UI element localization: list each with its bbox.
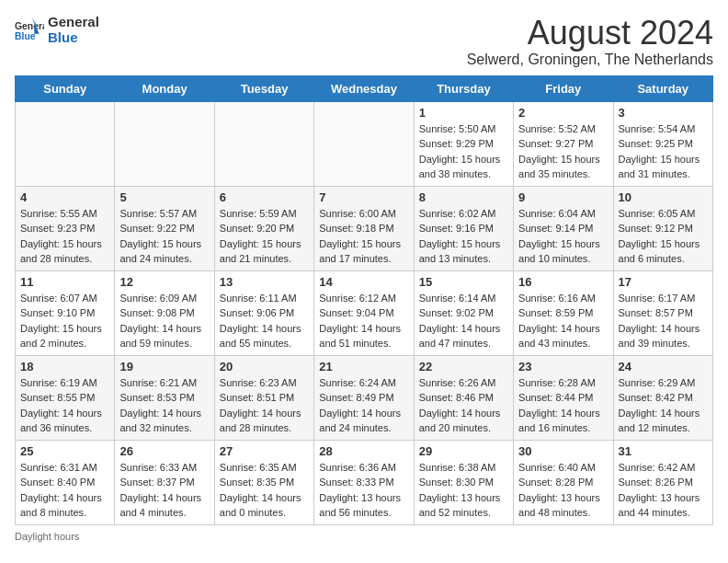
day-info: Sunrise: 6:40 AM Sunset: 8:28 PM Dayligh… (518, 460, 608, 521)
calendar-cell: 2Sunrise: 5:52 AM Sunset: 9:27 PM Daylig… (514, 101, 613, 186)
calendar-week-row: 18Sunrise: 6:19 AM Sunset: 8:55 PM Dayli… (16, 355, 713, 440)
day-info: Sunrise: 5:54 AM Sunset: 9:25 PM Dayligh… (619, 121, 708, 182)
calendar-cell: 3Sunrise: 5:54 AM Sunset: 9:25 PM Daylig… (613, 101, 712, 186)
calendar-cell: 9Sunrise: 6:04 AM Sunset: 9:14 PM Daylig… (514, 186, 613, 270)
day-info: Sunrise: 6:42 AM Sunset: 8:26 PM Dayligh… (619, 460, 708, 521)
day-number: 29 (419, 444, 508, 458)
day-info: Sunrise: 6:38 AM Sunset: 8:30 PM Dayligh… (419, 460, 508, 521)
day-info: Sunrise: 6:23 AM Sunset: 8:51 PM Dayligh… (220, 375, 309, 436)
calendar-cell (115, 101, 214, 186)
calendar-header-tuesday: Tuesday (214, 75, 313, 101)
calendar-cell: 20Sunrise: 6:23 AM Sunset: 8:51 PM Dayli… (214, 355, 313, 440)
day-info: Sunrise: 6:36 AM Sunset: 8:33 PM Dayligh… (319, 460, 408, 521)
calendar-header-thursday: Thursday (414, 75, 513, 101)
day-info: Sunrise: 5:57 AM Sunset: 9:22 PM Dayligh… (119, 206, 209, 267)
day-info: Sunrise: 6:09 AM Sunset: 9:08 PM Dayligh… (119, 291, 209, 351)
calendar-cell (16, 101, 115, 186)
calendar-cell: 6Sunrise: 5:59 AM Sunset: 9:20 PM Daylig… (214, 186, 313, 270)
day-info: Sunrise: 5:50 AM Sunset: 9:29 PM Dayligh… (419, 121, 508, 182)
day-number: 7 (319, 190, 408, 204)
day-number: 14 (319, 275, 408, 289)
day-info: Sunrise: 6:04 AM Sunset: 9:14 PM Dayligh… (518, 206, 608, 267)
day-info: Sunrise: 6:16 AM Sunset: 8:59 PM Dayligh… (518, 291, 608, 351)
calendar-cell: 15Sunrise: 6:14 AM Sunset: 9:02 PM Dayli… (414, 270, 513, 355)
day-info: Sunrise: 6:17 AM Sunset: 8:57 PM Dayligh… (619, 291, 708, 351)
calendar-week-row: 4Sunrise: 5:55 AM Sunset: 9:23 PM Daylig… (16, 186, 713, 270)
header: General Blue General Blue August 2024 Se… (15, 15, 713, 68)
day-info: Sunrise: 6:05 AM Sunset: 9:12 PM Dayligh… (619, 206, 708, 267)
page-subtitle: Selwerd, Groningen, The Netherlands (467, 52, 713, 68)
day-number: 10 (619, 190, 708, 204)
calendar-cell: 24Sunrise: 6:29 AM Sunset: 8:42 PM Dayli… (613, 355, 712, 440)
day-number: 13 (220, 275, 309, 289)
calendar-cell: 4Sunrise: 5:55 AM Sunset: 9:23 PM Daylig… (16, 186, 115, 270)
calendar-cell: 31Sunrise: 6:42 AM Sunset: 8:26 PM Dayli… (613, 440, 712, 524)
logo-text: General Blue (48, 15, 99, 45)
svg-text:Blue: Blue (15, 31, 36, 41)
day-info: Sunrise: 6:00 AM Sunset: 9:18 PM Dayligh… (319, 206, 408, 267)
day-number: 8 (419, 190, 508, 204)
day-number: 4 (20, 190, 109, 204)
day-number: 24 (619, 360, 708, 373)
day-number: 17 (619, 275, 708, 289)
calendar-cell: 19Sunrise: 6:21 AM Sunset: 8:53 PM Dayli… (115, 355, 214, 440)
day-info: Sunrise: 6:31 AM Sunset: 8:40 PM Dayligh… (20, 460, 109, 521)
day-number: 20 (220, 360, 309, 373)
calendar-header-monday: Monday (115, 75, 214, 101)
day-number: 12 (119, 275, 209, 289)
day-info: Sunrise: 6:24 AM Sunset: 8:49 PM Dayligh… (319, 375, 408, 436)
day-number: 9 (518, 190, 608, 204)
calendar-cell: 27Sunrise: 6:35 AM Sunset: 8:35 PM Dayli… (214, 440, 313, 524)
day-number: 11 (20, 275, 109, 289)
day-info: Sunrise: 6:35 AM Sunset: 8:35 PM Dayligh… (220, 460, 309, 521)
day-info: Sunrise: 6:29 AM Sunset: 8:42 PM Dayligh… (619, 375, 708, 436)
calendar-cell: 7Sunrise: 6:00 AM Sunset: 9:18 PM Daylig… (314, 186, 414, 270)
day-number: 25 (20, 444, 109, 458)
day-info: Sunrise: 6:28 AM Sunset: 8:44 PM Dayligh… (518, 375, 608, 436)
day-number: 6 (220, 190, 309, 204)
day-info: Sunrise: 6:07 AM Sunset: 9:10 PM Dayligh… (20, 291, 109, 351)
day-info: Sunrise: 6:12 AM Sunset: 9:04 PM Dayligh… (319, 291, 408, 351)
calendar-cell: 22Sunrise: 6:26 AM Sunset: 8:46 PM Dayli… (414, 355, 513, 440)
day-info: Sunrise: 6:19 AM Sunset: 8:55 PM Dayligh… (20, 375, 109, 436)
calendar-cell: 14Sunrise: 6:12 AM Sunset: 9:04 PM Dayli… (314, 270, 414, 355)
calendar-cell: 29Sunrise: 6:38 AM Sunset: 8:30 PM Dayli… (414, 440, 513, 524)
calendar-cell (314, 101, 414, 186)
day-number: 15 (419, 275, 508, 289)
day-number: 19 (119, 360, 209, 373)
footer-label: Daylight hours (15, 531, 713, 542)
logo-blue: Blue (48, 30, 99, 46)
calendar-cell: 16Sunrise: 6:16 AM Sunset: 8:59 PM Dayli… (514, 270, 613, 355)
day-number: 3 (619, 106, 708, 120)
calendar-cell: 11Sunrise: 6:07 AM Sunset: 9:10 PM Dayli… (16, 270, 115, 355)
calendar-table: SundayMondayTuesdayWednesdayThursdayFrid… (15, 75, 713, 525)
day-info: Sunrise: 6:26 AM Sunset: 8:46 PM Dayligh… (419, 375, 508, 436)
calendar-cell: 10Sunrise: 6:05 AM Sunset: 9:12 PM Dayli… (613, 186, 712, 270)
logo-general: General (48, 15, 99, 30)
day-number: 1 (419, 106, 508, 120)
day-info: Sunrise: 6:14 AM Sunset: 9:02 PM Dayligh… (419, 291, 508, 351)
day-number: 28 (319, 444, 408, 458)
calendar-header-friday: Friday (514, 75, 613, 101)
svg-text:General: General (15, 21, 44, 31)
day-number: 18 (20, 360, 109, 373)
day-number: 21 (319, 360, 408, 373)
calendar-cell: 21Sunrise: 6:24 AM Sunset: 8:49 PM Dayli… (314, 355, 414, 440)
day-number: 31 (619, 444, 708, 458)
calendar-cell: 13Sunrise: 6:11 AM Sunset: 9:06 PM Dayli… (214, 270, 313, 355)
calendar-cell: 8Sunrise: 6:02 AM Sunset: 9:16 PM Daylig… (414, 186, 513, 270)
calendar-cell: 25Sunrise: 6:31 AM Sunset: 8:40 PM Dayli… (16, 440, 115, 524)
day-number: 27 (220, 444, 309, 458)
day-number: 2 (518, 106, 608, 120)
calendar-cell: 26Sunrise: 6:33 AM Sunset: 8:37 PM Dayli… (115, 440, 214, 524)
calendar-week-row: 1Sunrise: 5:50 AM Sunset: 9:29 PM Daylig… (16, 101, 713, 186)
calendar-cell: 18Sunrise: 6:19 AM Sunset: 8:55 PM Dayli… (16, 355, 115, 440)
logo-icon: General Blue (15, 17, 44, 43)
day-info: Sunrise: 5:55 AM Sunset: 9:23 PM Dayligh… (20, 206, 109, 267)
calendar-header-wednesday: Wednesday (314, 75, 414, 101)
day-number: 30 (518, 444, 608, 458)
calendar-week-row: 25Sunrise: 6:31 AM Sunset: 8:40 PM Dayli… (16, 440, 713, 524)
day-info: Sunrise: 6:02 AM Sunset: 9:16 PM Dayligh… (419, 206, 508, 267)
day-number: 5 (119, 190, 209, 204)
day-info: Sunrise: 6:33 AM Sunset: 8:37 PM Dayligh… (119, 460, 209, 521)
